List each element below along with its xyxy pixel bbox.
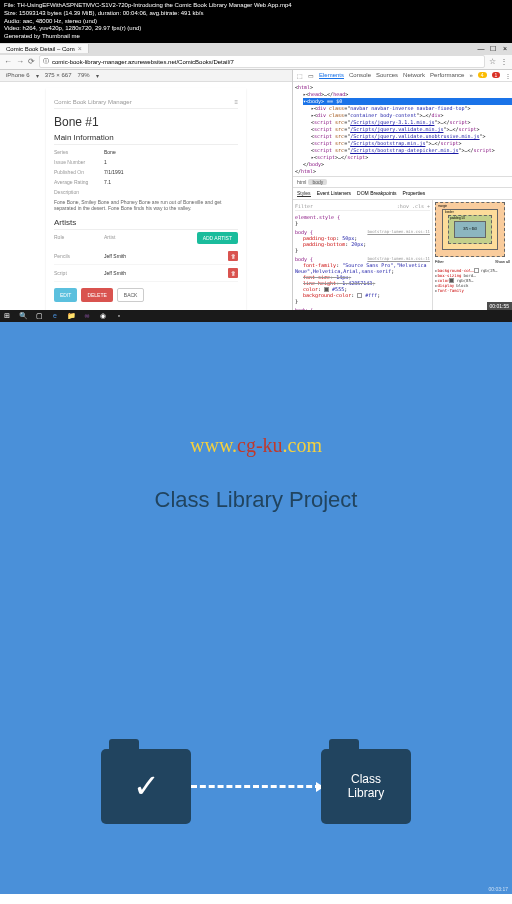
device-toolbar: iPhone 6 ▾ 375 × 667 79% ▾ bbox=[0, 70, 292, 82]
artist-role: Script bbox=[54, 270, 104, 276]
value-published: 7/1/1991 bbox=[104, 169, 123, 175]
tab-dom-breakpoints[interactable]: DOM Breakpoints bbox=[357, 190, 396, 197]
value-series: Bone bbox=[104, 149, 116, 155]
artist-name: Jeff Smith bbox=[104, 253, 228, 259]
content-card: Comic Book Library Manager ≡ Bone #1 Mai… bbox=[46, 88, 246, 310]
edit-button[interactable]: EDIT bbox=[54, 288, 77, 302]
page-view: iPhone 6 ▾ 375 × 667 79% ▾ Comic Book Li… bbox=[0, 70, 292, 310]
brand-title: Comic Book Library Manager bbox=[54, 99, 132, 105]
label-description: Description bbox=[54, 189, 104, 195]
warning-badge[interactable]: 4 bbox=[478, 72, 487, 78]
artist-name: Jeff Smith bbox=[104, 270, 228, 276]
watermark: www.cg-ku.com bbox=[190, 434, 322, 457]
info-row: SeriesBone bbox=[54, 147, 238, 157]
tab-elements[interactable]: Elements bbox=[319, 72, 344, 79]
check-icon: ✓ bbox=[133, 767, 160, 805]
breadcrumb-html[interactable]: html bbox=[297, 179, 306, 185]
delete-artist-button[interactable]: 🗑 bbox=[228, 268, 238, 278]
section-main-info: Main Information bbox=[54, 133, 238, 145]
tab-styles[interactable]: Styles bbox=[297, 190, 311, 197]
browser-tab[interactable]: Comic Book Detail – Com × bbox=[0, 44, 89, 53]
back-icon[interactable]: ← bbox=[4, 57, 12, 66]
computed-list[interactable]: ▸background-col…rgb(25… ▸box-sizingbord…… bbox=[435, 268, 510, 293]
close-window-icon[interactable]: × bbox=[500, 45, 510, 53]
hov-toggle[interactable]: :hov bbox=[397, 203, 409, 209]
show-all-toggle[interactable]: Show all bbox=[495, 259, 510, 264]
reload-icon[interactable]: ⟳ bbox=[28, 57, 35, 66]
app-icon[interactable]: ▫ bbox=[114, 311, 124, 321]
taskview-icon[interactable]: ▢ bbox=[34, 311, 44, 321]
computed-filter[interactable]: Filter bbox=[435, 259, 444, 264]
description-text: Fone Bone, Smiley Bone and Phoney Bone a… bbox=[54, 199, 238, 212]
tab-properties[interactable]: Properties bbox=[403, 190, 426, 197]
info-icon[interactable]: ⓘ bbox=[43, 57, 49, 66]
forward-icon[interactable]: → bbox=[16, 57, 24, 66]
tab-bar: Comic Book Detail – Com × — ☐ × bbox=[0, 43, 512, 55]
error-badge[interactable]: 1 bbox=[492, 72, 501, 78]
device-zoom[interactable]: 79% bbox=[78, 72, 90, 78]
box-content-dims: 375 × 693 bbox=[454, 221, 486, 238]
file-generated: Generated by Thumbnail me bbox=[4, 33, 508, 41]
chevron-down-icon[interactable]: ▾ bbox=[96, 72, 99, 79]
button-row: EDIT DELETE BACK bbox=[54, 288, 238, 302]
mobile-frame: Comic Book Library Manager ≡ Bone #1 Mai… bbox=[46, 88, 246, 304]
devtools-more-icon[interactable]: ⋮ bbox=[505, 72, 511, 79]
delete-artist-button[interactable]: 🗑 bbox=[228, 251, 238, 261]
filter-input[interactable]: Filter bbox=[295, 203, 313, 209]
label-series: Series bbox=[54, 149, 104, 155]
start-icon[interactable]: ⊞ bbox=[2, 311, 12, 321]
add-artist-button[interactable]: ADD ARTIST bbox=[197, 232, 238, 244]
taskbar: 00:01:55 ⊞ 🔍 ▢ e 📁 ∞ ◉ ▫ bbox=[0, 310, 512, 322]
box-model[interactable]: 375 × 693 bbox=[435, 202, 505, 257]
tab-console[interactable]: Console bbox=[349, 72, 371, 78]
info-row: Average Rating7.1 bbox=[54, 177, 238, 187]
search-icon[interactable]: 🔍 bbox=[18, 311, 28, 321]
vs-icon[interactable]: ∞ bbox=[82, 311, 92, 321]
more-icon[interactable]: ⋮ bbox=[500, 57, 508, 66]
file-audio: Audio: aac, 48000 Hz, stereo (und) bbox=[4, 18, 508, 26]
diagram: ✓ Class Library bbox=[0, 749, 512, 824]
delete-button[interactable]: DELETE bbox=[81, 288, 112, 302]
menu-icon[interactable]: ≡ bbox=[234, 99, 238, 105]
folder-class-library: Class Library bbox=[321, 749, 411, 824]
info-row: Description bbox=[54, 187, 238, 197]
label-issue: Issue Number bbox=[54, 159, 104, 165]
maximize-icon[interactable]: ☐ bbox=[488, 45, 498, 53]
video-timestamp: 00:01:55 bbox=[487, 302, 512, 310]
section-artists: Artists bbox=[54, 218, 238, 230]
info-row: Issue Number1 bbox=[54, 157, 238, 167]
more-tabs-icon[interactable]: » bbox=[469, 72, 472, 78]
device-select[interactable]: iPhone 6 bbox=[6, 72, 30, 78]
inspect-icon[interactable]: ⬚ bbox=[297, 72, 303, 79]
device-mode-icon[interactable]: ▭ bbox=[308, 72, 314, 79]
chevron-down-icon[interactable]: ▾ bbox=[36, 72, 39, 79]
label-published: Published On bbox=[54, 169, 104, 175]
device-dims: 375 × 667 bbox=[45, 72, 72, 78]
tab-network[interactable]: Network bbox=[403, 72, 425, 78]
close-icon[interactable]: × bbox=[78, 45, 82, 52]
star-icon[interactable]: ☆ bbox=[489, 57, 496, 66]
breadcrumb-body[interactable]: body bbox=[308, 179, 327, 185]
chrome-icon[interactable]: ◉ bbox=[98, 311, 108, 321]
explorer-icon[interactable]: 📁 bbox=[66, 311, 76, 321]
file-info-panel: File: TH-UsingEFWithASPNETMVC-S1V2-720p-… bbox=[0, 0, 512, 43]
main-view: iPhone 6 ▾ 375 × 667 79% ▾ Comic Book Li… bbox=[0, 70, 512, 310]
header-artist: Artist bbox=[104, 234, 115, 240]
edge-icon[interactable]: e bbox=[50, 311, 60, 321]
value-issue: 1 bbox=[104, 159, 107, 165]
label-rating: Average Rating bbox=[54, 179, 104, 185]
url-input[interactable]: ⓘ comic-book-library-manager.azurewebsit… bbox=[39, 55, 485, 68]
tab-event-listeners[interactable]: Event Listeners bbox=[317, 190, 351, 197]
tab-sources[interactable]: Sources bbox=[376, 72, 398, 78]
styles-panel[interactable]: Filter :hov .cls + element.style { } boo… bbox=[293, 200, 432, 310]
window-controls: — ☐ × bbox=[476, 45, 512, 53]
cls-toggle[interactable]: .cls bbox=[412, 203, 424, 209]
dom-tree[interactable]: <html> ▸<head>…</head> ▾<body> == $0 ▸<d… bbox=[293, 82, 512, 176]
page-title: Bone #1 bbox=[54, 115, 238, 129]
dom-breadcrumb: html body bbox=[293, 176, 512, 188]
tab-performance[interactable]: Performance bbox=[430, 72, 464, 78]
minimize-icon[interactable]: — bbox=[476, 45, 486, 53]
header-role: Role bbox=[54, 234, 104, 240]
back-button[interactable]: BACK bbox=[117, 288, 145, 302]
page-canvas: Comic Book Library Manager ≡ Bone #1 Mai… bbox=[0, 82, 292, 310]
